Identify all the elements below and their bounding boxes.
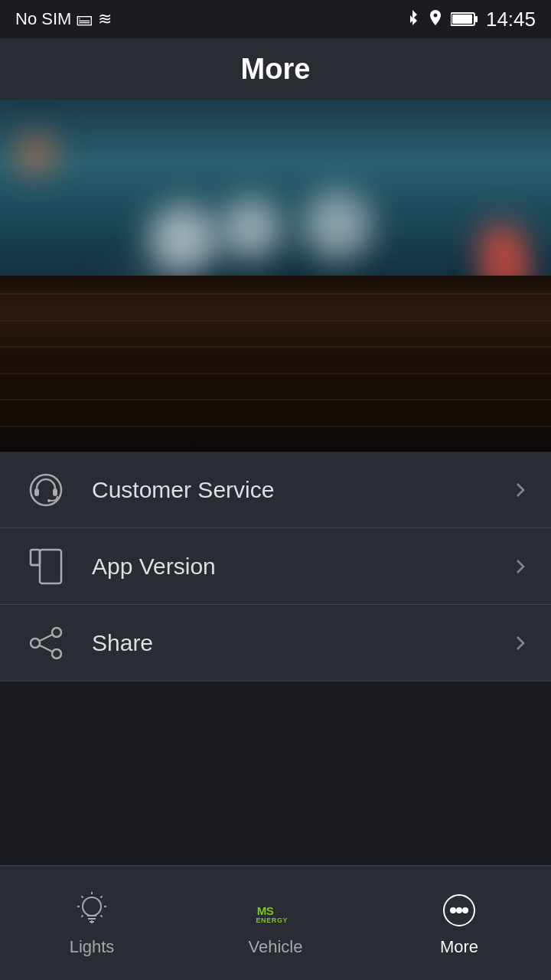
nav-vehicle[interactable]: MS ENERGY Vehicle [184,889,367,957]
time-display: 14:45 [486,8,536,31]
battery-icon [451,11,478,27]
nav-more[interactable]: More [367,889,551,957]
svg-line-13 [40,635,52,641]
svg-line-22 [81,915,83,916]
nav-vehicle-label: Vehicle [249,937,303,957]
svg-rect-8 [40,550,61,583]
nav-lights-label: Lights [70,937,115,957]
bluetooth-icon [405,10,420,28]
hero-image [0,100,551,452]
svg-point-15 [83,897,101,916]
page-title: More [241,53,311,86]
share-chevron [513,631,528,655]
nav-lights[interactable]: Lights [0,889,184,957]
svg-rect-7 [31,550,40,565]
headset-icon [23,467,69,513]
svg-text:MS: MS [256,904,273,917]
svg-rect-1 [474,16,478,22]
phone-icon [23,544,69,590]
svg-text:ENERGY: ENERGY [256,916,288,923]
more-icon [439,889,481,931]
location-icon [428,10,443,28]
customer-service-label: Customer Service [92,477,513,503]
bokeh-light-1 [148,205,217,274]
svg-rect-4 [34,488,39,496]
ms-energy-icon: MS ENERGY [255,889,297,931]
svg-point-29 [463,908,468,913]
svg-point-11 [31,639,40,648]
svg-line-14 [40,645,52,652]
status-bar: No SIM 🖴 ≋ 14:45 [0,0,551,38]
carrier-text: No SIM 🖴 ≋ [15,9,112,29]
app-version-item[interactable]: App Version [0,528,551,605]
bulb-icon [71,889,113,931]
app-version-label: App Version [92,554,513,580]
share-label: Share [92,630,513,656]
svg-line-21 [101,896,103,897]
svg-point-27 [451,908,455,913]
bottom-nav: Lights MS ENERGY Vehicle More [0,865,551,980]
share-icon [23,620,69,666]
bokeh-light-2 [220,198,282,260]
svg-line-23 [101,915,103,916]
app-version-chevron [513,554,528,579]
svg-point-6 [47,499,51,502]
nav-more-label: More [440,937,478,957]
svg-point-10 [52,628,61,637]
menu-section: Customer Service App Version [0,452,551,681]
bokeh-light-5 [17,135,55,173]
svg-rect-5 [53,488,57,496]
customer-service-chevron [513,478,528,502]
page-header: More [0,38,551,100]
svg-point-28 [457,908,461,913]
bokeh-light-3 [303,191,372,260]
share-item[interactable]: Share [0,605,551,681]
svg-rect-2 [452,15,472,24]
svg-point-12 [52,649,61,658]
customer-service-item[interactable]: Customer Service [0,452,551,528]
wood-floor [0,276,551,452]
status-right: 14:45 [405,8,536,31]
svg-line-20 [81,896,83,897]
